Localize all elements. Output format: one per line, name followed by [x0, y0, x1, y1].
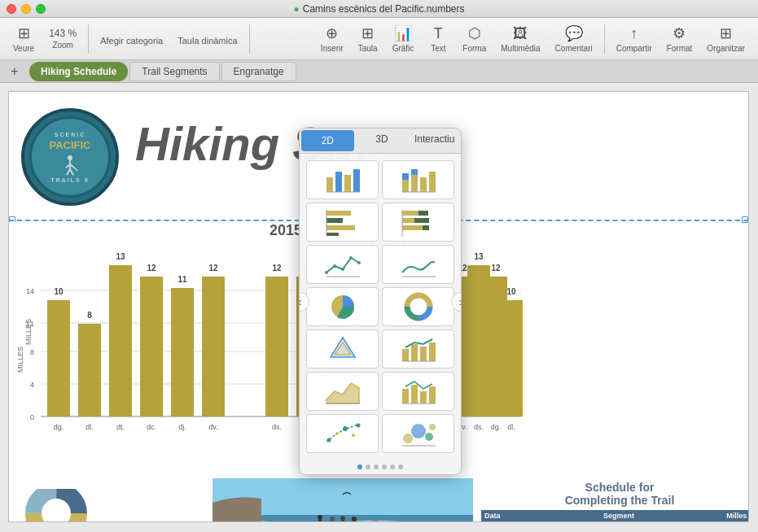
bar-1: [47, 300, 70, 416]
toolbar-media[interactable]: 🖼 Multimèdia: [494, 22, 546, 56]
dot-3[interactable]: [374, 464, 379, 469]
cell-segment: California Sections P, Q, R: [600, 521, 723, 522]
toolbar-view[interactable]: ⊞ Veure: [7, 21, 41, 56]
svg-text:dt.: dt.: [116, 423, 125, 431]
chart-type-picker[interactable]: 2D 3D Interactiu: [299, 128, 462, 475]
svg-point-91: [325, 271, 328, 274]
logo-area: SCENIC PACIFIC TRAILS 9: [21, 108, 127, 214]
dot-1[interactable]: [357, 464, 362, 469]
bar-7: [265, 277, 288, 416]
logo-scenic: SCENIC: [55, 132, 85, 137]
toolbar-zoom[interactable]: 143 % Zoom: [42, 24, 83, 53]
chart-type-radar[interactable]: [306, 329, 379, 368]
schedule-rows: 5-20 de juliol de 2015California Section…: [481, 521, 749, 522]
picker-tab-interactive[interactable]: Interactiu: [408, 129, 461, 153]
svg-rect-86: [402, 218, 414, 223]
add-tab-button[interactable]: +: [7, 63, 23, 80]
svg-point-0: [68, 155, 72, 160]
toolbar-dynamic-table[interactable]: Taula dinàmica: [171, 29, 243, 49]
chart-type-horizontal-stacked[interactable]: [382, 203, 454, 242]
bar-6: [202, 277, 225, 416]
chart-type-stacked-bar[interactable]: [382, 160, 454, 199]
toolbar-organize[interactable]: ⊞ Organitzar: [700, 21, 751, 56]
minimize-button[interactable]: [21, 4, 31, 14]
toolbar-add-category[interactable]: Afegir categoria: [94, 29, 169, 49]
chart-type-scatter-line[interactable]: [306, 414, 379, 453]
pie-chart: [15, 489, 97, 522]
comment-icon: 💬: [565, 24, 583, 42]
chart-icon: 📊: [394, 24, 412, 42]
svg-text:dj.: dj.: [178, 423, 186, 431]
svg-point-123: [429, 424, 436, 430]
toolbar-text[interactable]: T Text: [422, 22, 454, 56]
chart-type-mixed[interactable]: [382, 329, 454, 368]
shape-icon: ⬡: [468, 24, 481, 42]
format-icon: ⚙: [673, 24, 686, 42]
svg-point-116: [335, 432, 339, 435]
svg-point-22: [352, 517, 357, 521]
share-icon: ↑: [630, 25, 638, 42]
chart-type-horizontal-bar[interactable]: [306, 203, 379, 242]
bar-5: [171, 288, 194, 416]
svg-rect-104: [402, 349, 409, 361]
svg-rect-84: [402, 211, 418, 216]
pie-chart-area: [15, 489, 97, 522]
svg-rect-69: [344, 175, 351, 192]
chart-type-line[interactable]: [306, 245, 379, 284]
toolbar-format[interactable]: ⚙ Format: [660, 21, 699, 56]
svg-rect-73: [402, 173, 409, 180]
dot-4[interactable]: [382, 464, 387, 469]
svg-point-122: [425, 433, 433, 441]
svg-point-10: [44, 501, 68, 522]
chart-type-grid: [300, 154, 461, 460]
svg-text:dl.: dl.: [507, 423, 515, 431]
tab-hiking-schedule[interactable]: Hiking Schedule: [29, 62, 128, 81]
svg-rect-88: [402, 225, 423, 230]
chart-type-curved-line[interactable]: [382, 245, 454, 284]
tab-trail-segments[interactable]: Trail Segments: [129, 62, 219, 81]
bar-3: [109, 265, 132, 416]
chart-type-bar[interactable]: [306, 160, 379, 199]
svg-point-117: [343, 426, 348, 431]
organize-icon: ⊞: [720, 24, 732, 42]
svg-line-4: [67, 169, 70, 175]
dot-2[interactable]: [366, 464, 370, 469]
col-data: Data: [481, 510, 600, 521]
chart-type-bubble[interactable]: [382, 414, 454, 453]
svg-point-20: [340, 516, 345, 521]
svg-rect-75: [411, 169, 418, 175]
toolbar-insert[interactable]: ⊕ Inserir: [314, 21, 350, 56]
bar-4: [140, 277, 163, 416]
dot-6[interactable]: [398, 464, 403, 469]
chart-type-area[interactable]: [306, 372, 379, 411]
svg-text:ds.: ds.: [272, 423, 282, 431]
logo-inner: SCENIC PACIFIC TRAILS 9: [29, 116, 111, 198]
picker-tab-2d[interactable]: 2D: [301, 130, 354, 151]
text-icon: T: [434, 25, 443, 42]
svg-point-16: [318, 515, 322, 520]
traffic-lights: [7, 4, 46, 14]
svg-rect-113: [429, 386, 436, 403]
svg-point-95: [357, 261, 361, 264]
toolbar-share[interactable]: ↑ Compartir: [610, 22, 659, 56]
svg-text:14: 14: [26, 287, 34, 295]
main-canvas: SCENIC PACIFIC TRAILS 9 H: [0, 83, 758, 532]
chart-type-donut[interactable]: [382, 287, 454, 326]
close-button[interactable]: [7, 4, 16, 14]
svg-text:8: 8: [87, 311, 92, 320]
schedule-table: Schedule for Completing the Trail Data S…: [481, 481, 749, 522]
svg-text:ds.: ds.: [474, 423, 484, 431]
picker-tab-3d[interactable]: 3D: [356, 129, 409, 153]
svg-text:10: 10: [506, 287, 516, 296]
toolbar-shape[interactable]: ⬡ Forma: [456, 21, 493, 56]
title-dot: ●: [294, 3, 300, 15]
chart-type-pie[interactable]: [306, 287, 379, 326]
toolbar-comment[interactable]: 💬 Comentari: [549, 21, 599, 56]
toolbar-chart[interactable]: 📊 Gràfic: [386, 21, 421, 56]
toolbar-table[interactable]: ⊞ Taula: [352, 21, 384, 56]
tab-engranatge[interactable]: Engranatge: [221, 62, 296, 81]
chart-type-bar-line[interactable]: [382, 372, 454, 411]
dot-5[interactable]: [390, 464, 395, 469]
cell-milles: 190: [723, 521, 749, 522]
maximize-button[interactable]: [36, 4, 46, 14]
